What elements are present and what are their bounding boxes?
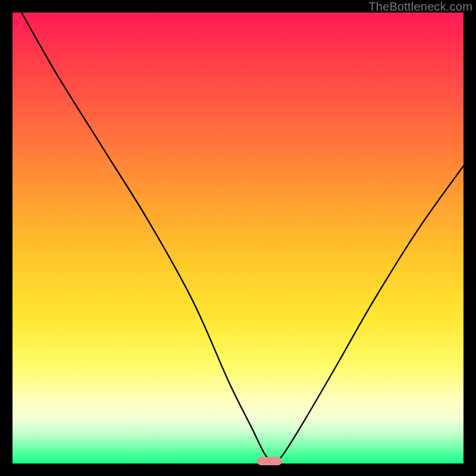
watermark-text: TheBottleneck.com <box>368 0 472 14</box>
curve-path <box>21 12 464 461</box>
chart-frame <box>12 12 464 464</box>
optimum-marker <box>257 457 282 465</box>
bottleneck-curve <box>12 12 464 464</box>
plot-area <box>12 12 464 464</box>
